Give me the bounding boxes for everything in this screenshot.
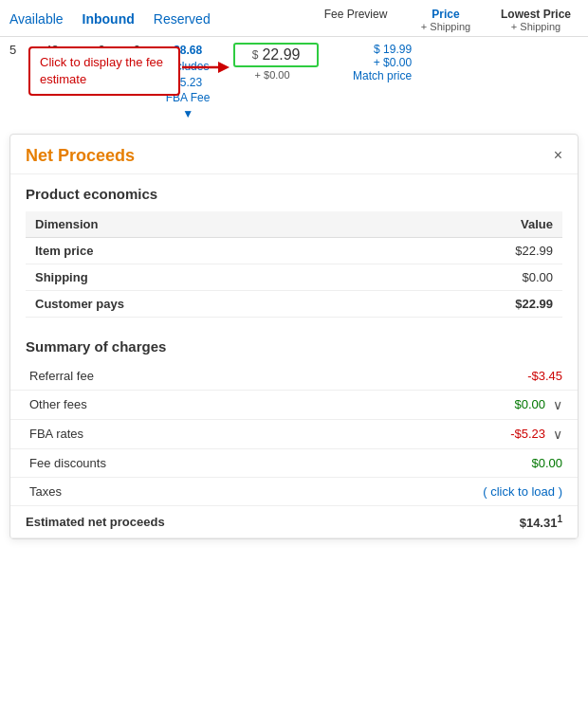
value-col-header: Value	[377, 211, 562, 238]
charge-value-4[interactable]: ( click to load )	[355, 477, 578, 505]
charge-label-1: Other fees	[10, 390, 355, 419]
charge-value-0: -$3.45	[355, 362, 578, 391]
price-input[interactable]: $ 22.99	[233, 43, 319, 67]
inventory-available: 5	[9, 43, 16, 57]
charges-title: Summary of charges	[10, 329, 578, 362]
charge-value-3: $0.00	[355, 448, 578, 477]
data-row: 5 48 ▼ 0 0 $8.68 Includes $5.23 FBA Fee …	[0, 37, 588, 126]
fee-dropdown-arrow: ▼	[150, 106, 226, 122]
price-dollar: $	[252, 48, 259, 62]
dimension-col-header: Dimension	[26, 211, 377, 238]
charge-value-5: $14.311	[355, 505, 578, 537]
header-row: Available Inbound Reserved Fee Preview P…	[0, 0, 588, 37]
charge-label-4: Taxes	[10, 477, 355, 505]
economics-table: Dimension Value Item price$22.99Shipping…	[26, 211, 562, 318]
fee-click-text: Click to display the fee estimate	[40, 55, 163, 86]
charges-section: Summary of charges Referral fee-$3.45Oth…	[10, 329, 578, 538]
tab-reserved[interactable]: Reserved	[154, 11, 211, 27]
panel-title: Net Proceeds	[26, 146, 135, 166]
header-tabs: Available Inbound Reserved	[9, 8, 211, 27]
charge-label-3: Fee discounts	[10, 448, 355, 477]
lowest-price-value: $ 19.99	[326, 43, 412, 56]
economics-row-dimension-2: Customer pays	[26, 290, 377, 317]
lowest-price-plus: + $0.00	[326, 56, 412, 69]
price-amount: 22.99	[262, 46, 300, 64]
fee-click-box[interactable]: Click to display the fee estimate	[28, 46, 180, 96]
charge-value-2: -$5.23∨	[355, 419, 578, 448]
charge-value-1: $0.00∨	[355, 390, 578, 419]
lowest-price-cell: $ 19.99 + $0.00 Match price	[326, 43, 412, 82]
charge-label-2: FBA rates	[10, 419, 355, 448]
svg-marker-1	[218, 62, 230, 73]
arrow-indicator	[182, 58, 230, 77]
chevron-icon-2[interactable]: ∨	[553, 427, 562, 442]
product-economics-title: Product economics	[26, 186, 562, 202]
close-button[interactable]: ×	[554, 147, 562, 164]
economics-row-dimension-1: Shipping	[26, 264, 377, 290]
economics-row-value-2: $22.99	[377, 290, 562, 317]
price-column: $ 22.99 + $0.00	[226, 43, 319, 81]
col-price: Price + Shipping	[398, 8, 493, 32]
price-shipping: + $0.00	[255, 69, 290, 81]
col-lowest-price: Lowest Price + Shipping	[493, 8, 579, 32]
economics-row-value-0: $22.99	[377, 237, 562, 264]
product-economics-section: Product economics Dimension Value Item p…	[10, 174, 578, 329]
chevron-icon-1[interactable]: ∨	[553, 397, 562, 412]
match-price-link[interactable]: Match price	[326, 69, 412, 82]
col-fee-preview: Fee Preview	[313, 8, 398, 21]
net-proceeds-panel: Net Proceeds × Product economics Dimensi…	[9, 134, 579, 539]
panel-header: Net Proceeds ×	[10, 135, 578, 174]
economics-row-value-1: $0.00	[377, 264, 562, 290]
tab-available[interactable]: Available	[9, 11, 64, 27]
charge-label-0: Referral fee	[10, 362, 355, 391]
charge-label-5: Estimated net proceeds	[10, 505, 355, 537]
charges-table: Referral fee-$3.45Other fees$0.00∨FBA ra…	[10, 362, 578, 538]
tab-inbound[interactable]: Inbound	[83, 11, 135, 27]
economics-row-dimension-0: Item price	[26, 237, 377, 264]
